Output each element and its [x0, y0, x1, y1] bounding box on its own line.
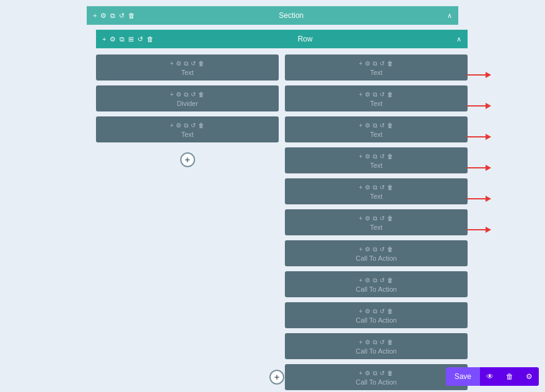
section-bottom-add-btn[interactable]: +	[269, 367, 284, 387]
right-cta4-copy-icon[interactable]: ⧉	[373, 339, 377, 346]
right-cta2-reset-icon[interactable]: ↺	[380, 277, 385, 284]
right-w2-delete-icon[interactable]: 🗑	[387, 91, 393, 98]
left-w1-add-icon[interactable]: +	[170, 60, 174, 68]
right-cta5-add-icon[interactable]: +	[359, 370, 363, 377]
right-cta2-delete-icon[interactable]: 🗑	[387, 277, 393, 284]
row-settings-icon[interactable]: ⚙	[110, 35, 116, 43]
right-w1-add-icon[interactable]: +	[359, 60, 363, 68]
section-reset-icon[interactable]: ↺	[119, 12, 124, 20]
right-w2-add-icon[interactable]: +	[359, 91, 363, 98]
right-cta2-icons: + ⚙ ⧉ ↺ 🗑	[359, 277, 394, 284]
right-w4-delete-icon[interactable]: 🗑	[387, 153, 393, 160]
right-cta2-copy-icon[interactable]: ⧉	[373, 277, 377, 284]
right-cta4-settings-icon[interactable]: ⚙	[365, 339, 370, 346]
row-add-icon[interactable]: +	[102, 35, 106, 43]
right-w3-label: Text	[370, 131, 382, 138]
row-copy-icon[interactable]: ⧉	[120, 35, 124, 43]
trash-button[interactable]: 🗑	[500, 367, 520, 386]
right-w3-add-icon[interactable]: +	[359, 122, 363, 129]
main-canvas: + ⚙ ⧉ ↺ 🗑 Section ∧ + ⚙ ⧉ ⊞ ↺ 🗑 Row ∧ +	[0, 0, 545, 392]
eye-button[interactable]: 👁	[480, 367, 500, 386]
section-add-icon[interactable]: +	[93, 12, 97, 19]
left-add-button[interactable]: +	[180, 152, 195, 167]
right-w3-copy-icon[interactable]: ⧉	[373, 122, 377, 129]
right-widget-4: + ⚙ ⧉ ↺ 🗑 Text	[285, 147, 468, 173]
right-w4-settings-icon[interactable]: ⚙	[365, 153, 370, 160]
right-cta3-settings-icon[interactable]: ⚙	[365, 308, 370, 315]
right-cta1-reset-icon[interactable]: ↺	[380, 246, 385, 253]
section-copy-icon[interactable]: ⧉	[110, 12, 115, 20]
left-w1-copy-icon[interactable]: ⧉	[184, 60, 188, 68]
gear-button[interactable]: ⚙	[520, 367, 539, 386]
right-cta4-reset-icon[interactable]: ↺	[380, 339, 385, 346]
right-cta5-settings-icon[interactable]: ⚙	[365, 370, 370, 377]
right-cta4-add-icon[interactable]: +	[359, 339, 363, 346]
left-w3-settings-icon[interactable]: ⚙	[176, 122, 181, 129]
left-w1-delete-icon[interactable]: 🗑	[198, 60, 204, 68]
gear-icon: ⚙	[526, 372, 533, 381]
right-w6-add-icon[interactable]: +	[359, 215, 363, 222]
right-w6-copy-icon[interactable]: ⧉	[373, 215, 377, 222]
left-w3-reset-icon[interactable]: ↺	[191, 122, 196, 129]
right-cta3-add-icon[interactable]: +	[359, 308, 363, 315]
left-w3-delete-icon[interactable]: 🗑	[198, 122, 204, 129]
right-w5-delete-icon[interactable]: 🗑	[387, 184, 393, 191]
right-cta5-copy-icon[interactable]: ⧉	[373, 370, 377, 377]
right-w5-copy-icon[interactable]: ⧉	[373, 184, 377, 191]
section-settings-icon[interactable]: ⚙	[100, 12, 107, 20]
right-w4-add-icon[interactable]: +	[359, 153, 363, 160]
right-cta4-delete-icon[interactable]: 🗑	[387, 339, 393, 346]
row-reset-icon[interactable]: ↺	[137, 35, 143, 43]
left-w2-add-icon[interactable]: +	[170, 91, 174, 98]
section-bar: + ⚙ ⧉ ↺ 🗑 Section ∧	[87, 6, 458, 25]
red-arrow-1-head	[486, 72, 491, 78]
red-arrows-container	[467, 59, 490, 245]
right-w4-reset-icon[interactable]: ↺	[380, 153, 385, 160]
section-delete-icon[interactable]: 🗑	[128, 12, 135, 19]
right-cta3-delete-icon[interactable]: 🗑	[387, 308, 393, 315]
row-collapse-icon[interactable]: ∧	[456, 35, 461, 43]
right-cta3-reset-icon[interactable]: ↺	[380, 308, 385, 315]
left-w2-settings-icon[interactable]: ⚙	[176, 91, 181, 98]
right-cta5-reset-icon[interactable]: ↺	[380, 370, 385, 377]
left-w3-copy-icon[interactable]: ⧉	[184, 122, 188, 129]
right-w6-reset-icon[interactable]: ↺	[380, 215, 385, 222]
left-w1-settings-icon[interactable]: ⚙	[176, 60, 181, 68]
row-delete-icon[interactable]: 🗑	[147, 35, 154, 43]
left-w1-reset-icon[interactable]: ↺	[191, 60, 196, 68]
left-w3-add-icon[interactable]: +	[170, 122, 174, 129]
right-w1-copy-icon[interactable]: ⧉	[373, 60, 377, 68]
right-w3-delete-icon[interactable]: 🗑	[387, 122, 393, 129]
right-cta2-settings-icon[interactable]: ⚙	[365, 277, 370, 284]
right-w6-settings-icon[interactable]: ⚙	[365, 215, 370, 222]
right-w3-settings-icon[interactable]: ⚙	[365, 122, 370, 129]
right-w5-add-icon[interactable]: +	[359, 184, 363, 191]
right-w2-reset-icon[interactable]: ↺	[380, 91, 385, 98]
right-cta1-add-icon[interactable]: +	[359, 246, 363, 253]
right-w3-reset-icon[interactable]: ↺	[380, 122, 385, 129]
right-cta2-add-icon[interactable]: +	[359, 277, 363, 284]
left-w2-copy-icon[interactable]: ⧉	[184, 91, 188, 98]
left-w2-reset-icon[interactable]: ↺	[191, 91, 196, 98]
bottom-section-add-circle[interactable]: +	[269, 370, 284, 385]
right-cta1-settings-icon[interactable]: ⚙	[365, 246, 370, 253]
red-arrow-5-line	[467, 198, 490, 199]
right-cta1-delete-icon[interactable]: 🗑	[387, 246, 393, 253]
left-w2-delete-icon[interactable]: 🗑	[198, 91, 204, 98]
right-w2-settings-icon[interactable]: ⚙	[365, 91, 370, 98]
right-widget-2: + ⚙ ⧉ ↺ 🗑 Text	[285, 85, 468, 111]
row-grid-icon[interactable]: ⊞	[128, 35, 134, 43]
right-w1-settings-icon[interactable]: ⚙	[365, 60, 370, 68]
right-w6-delete-icon[interactable]: 🗑	[387, 215, 393, 222]
right-w4-copy-icon[interactable]: ⧉	[373, 153, 377, 160]
right-w5-settings-icon[interactable]: ⚙	[365, 184, 370, 191]
right-w1-delete-icon[interactable]: 🗑	[387, 60, 393, 68]
section-collapse-icon[interactable]: ∧	[447, 12, 452, 20]
right-cta1-copy-icon[interactable]: ⧉	[373, 246, 377, 253]
right-w1-reset-icon[interactable]: ↺	[380, 60, 385, 68]
save-button[interactable]: Save	[446, 367, 480, 386]
right-cta5-delete-icon[interactable]: 🗑	[387, 370, 393, 377]
right-cta3-copy-icon[interactable]: ⧉	[373, 308, 377, 315]
right-w2-copy-icon[interactable]: ⧉	[373, 91, 377, 98]
right-w5-reset-icon[interactable]: ↺	[380, 184, 385, 191]
